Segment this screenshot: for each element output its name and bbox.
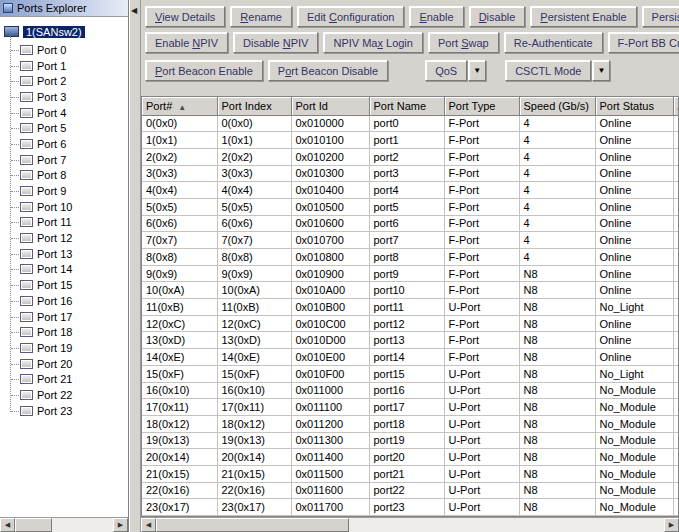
chevron-down-icon[interactable]: ▼ (592, 60, 610, 81)
toolbar-button-rename[interactable]: Rename (230, 6, 292, 27)
toolbar-button-enable-npiv[interactable]: Enable NPIV (145, 32, 228, 53)
toolbar-button-persiste[interactable]: Persiste (642, 6, 679, 27)
collapse-panel-icon[interactable]: ◀ (131, 6, 137, 15)
toolbar-button-re-authenticate[interactable]: Re-Authenticate (504, 32, 603, 53)
table-row[interactable]: 20(0x14)20(0x14)0x011400port20U-PortN8No… (142, 449, 679, 466)
tree-root-switch[interactable]: 1(SANsw2) (0, 23, 128, 40)
toolbar-button-port-swap[interactable]: Port Swap (428, 32, 499, 53)
scroll-left-icon[interactable]: ◀ (0, 518, 15, 532)
toolbar-button-f-port-bb-cred[interactable]: F-Port BB Cred (608, 32, 679, 53)
tree-item-port-10[interactable]: Port 10 (0, 199, 128, 215)
column-header-port[interactable]: Port#▲ (142, 97, 217, 115)
table-row[interactable]: 7(0x7)7(0x7)0x010700port7F-Port4Online (142, 232, 679, 249)
tree-item-port-13[interactable]: Port 13 (0, 246, 128, 262)
scrollbar-track[interactable] (156, 518, 664, 532)
scroll-right-icon[interactable]: ▶ (113, 518, 128, 532)
tree-item-port-0[interactable]: Port 0 (0, 42, 128, 58)
table-row[interactable]: 10(0xA)10(0xA)0x010A00port10F-PortN8Onli… (142, 282, 679, 299)
table-row[interactable]: 0(0x0)0(0x0)0x010000port0F-Port4Online (142, 115, 679, 132)
table-row[interactable]: 18(0x12)18(0x12)0x011200port18U-PortN8No… (142, 415, 679, 432)
table-cell: 17(0x11) (217, 399, 291, 416)
dropdown-csctl-mode-button[interactable]: CSCTL Mode (505, 60, 591, 81)
tree-item-port-4[interactable]: Port 4 (0, 105, 128, 121)
scroll-left-icon[interactable]: ◀ (141, 518, 156, 532)
table-row[interactable]: 1(0x1)1(0x1)0x010100port1F-Port4Online (142, 132, 679, 149)
toolbar-button-enable[interactable]: Enable (409, 6, 463, 27)
table-row[interactable]: 21(0x15)21(0x15)0x011500port21U-PortN8No… (142, 465, 679, 482)
column-header-port-status[interactable]: Port Status (595, 97, 673, 115)
table-cell: 7(0x7) (217, 232, 291, 249)
tree-item-port-3[interactable]: Port 3 (0, 89, 128, 105)
dropdown-qos-button[interactable]: QoS (425, 60, 467, 81)
table-row[interactable]: 5(0x5)5(0x5)0x010500port5F-Port4Online (142, 198, 679, 215)
scroll-right-icon[interactable]: ▶ (664, 518, 679, 532)
table-row[interactable]: 11(0xB)11(0xB)0x010B00port11U-PortN8No_L… (142, 299, 679, 316)
table-row[interactable]: 6(0x6)6(0x6)0x010600port6F-Port4Online (142, 215, 679, 232)
tree-item-port-21[interactable]: Port 21 (0, 371, 128, 387)
toolbar-button-view-details[interactable]: View Details (145, 6, 225, 27)
tree-item-port-6[interactable]: Port 6 (0, 136, 128, 152)
table-cell: No_Module (595, 382, 673, 399)
chevron-down-icon[interactable]: ▼ (468, 60, 486, 81)
toolbar-button-disable[interactable]: Disable (469, 6, 526, 27)
table-row[interactable]: 17(0x11)17(0x11)0x011100port17U-PortN8No… (142, 399, 679, 416)
table-row[interactable]: 14(0xE)14(0xE)0x010E00port14F-PortN8Onli… (142, 349, 679, 366)
table-row[interactable]: 13(0xD)13(0xD)0x010D00port13F-PortN8Onli… (142, 332, 679, 349)
tree-item-port-18[interactable]: Port 18 (0, 324, 128, 340)
table-row[interactable]: 12(0xC)12(0xC)0x010C00port12F-PortN8Onli… (142, 315, 679, 332)
tree-item-port-12[interactable]: Port 12 (0, 230, 128, 246)
table-row[interactable]: 16(0x10)16(0x10)0x011000port16U-PortN8No… (142, 382, 679, 399)
column-header-speed-gb-s[interactable]: Speed (Gb/s) (519, 97, 595, 115)
table-row[interactable]: 23(0x17)23(0x17)0x011700port23U-PortN8No… (142, 499, 679, 516)
tree-item-port-8[interactable]: Port 8 (0, 168, 128, 184)
column-header-port-name[interactable]: Port Name (369, 97, 444, 115)
table-row[interactable]: 15(0xF)15(0xF)0x010F00port15U-PortN8No_L… (142, 365, 679, 382)
toolbar-button-port-beacon-disable[interactable]: Port Beacon Disable (268, 60, 388, 81)
table-cell: N8 (519, 449, 595, 466)
panel-splitter[interactable]: ◀ (129, 0, 141, 532)
tree-item-port-19[interactable]: Port 19 (0, 340, 128, 356)
column-header-port-index[interactable]: Port Index (217, 97, 291, 115)
scrollbar-thumb[interactable] (15, 518, 52, 532)
toolbar-button-edit-configuration[interactable]: Edit Configuration (297, 6, 404, 27)
table-cell: 6(0x6) (142, 215, 217, 232)
table-cell: 4 (519, 198, 595, 215)
column-header-port-id[interactable]: Port Id (291, 97, 369, 115)
tree-item-port-5[interactable]: Port 5 (0, 120, 128, 136)
tree-item-port-11[interactable]: Port 11 (0, 215, 128, 231)
toolbar-button-persistent-enable[interactable]: Persistent Enable (530, 6, 636, 27)
table-row[interactable]: 9(0x9)9(0x9)0x010900port9F-PortN8Online (142, 265, 679, 282)
tree-item-label: Port 8 (37, 169, 66, 181)
column-header-port-type[interactable]: Port Type (444, 97, 519, 115)
tree-item-port-22[interactable]: Port 22 (0, 387, 128, 403)
dropdown-csctl-mode[interactable]: CSCTL Mode▼ (505, 60, 610, 81)
table-horizontal-scrollbar[interactable]: ◀ ▶ (141, 517, 679, 532)
tree-item-port-14[interactable]: Port 14 (0, 262, 128, 278)
toolbar-button-npiv-max-login[interactable]: NPIV Max Login (323, 32, 423, 53)
tree-item-port-9[interactable]: Port 9 (0, 183, 128, 199)
table-row[interactable]: 8(0x8)8(0x8)0x010800port8F-Port4Online (142, 249, 679, 266)
tree-horizontal-scrollbar[interactable]: ◀ ▶ (0, 517, 128, 532)
table-row[interactable]: 22(0x16)22(0x16)0x011600port22U-PortN8No… (142, 482, 679, 499)
table-row[interactable]: 3(0x3)3(0x3)0x010300port3F-Port4Online (142, 165, 679, 182)
toolbar-button-port-beacon-enable[interactable]: Port Beacon Enable (145, 60, 263, 81)
tree-item-port-16[interactable]: Port 16 (0, 293, 128, 309)
scrollbar-track[interactable] (15, 518, 113, 532)
tree-item-port-15[interactable]: Port 15 (0, 277, 128, 293)
tree-item-port-7[interactable]: Port 7 (0, 152, 128, 168)
table-cell: F-Port (444, 315, 519, 332)
tree-item-port-20[interactable]: Port 20 (0, 356, 128, 372)
scrollbar-thumb[interactable] (156, 518, 349, 532)
table-row[interactable]: 2(0x2)2(0x2)0x010200port2F-Port4Online (142, 148, 679, 165)
table-cell: N8 (519, 465, 595, 482)
column-header-a[interactable]: A (673, 97, 679, 115)
tree-item-port-1[interactable]: Port 1 (0, 58, 128, 74)
table-cell: Online (595, 282, 673, 299)
toolbar-button-disable-npiv[interactable]: Disable NPIV (233, 32, 318, 53)
tree-item-port-23[interactable]: Port 23 (0, 403, 128, 419)
table-row[interactable]: 4(0x4)4(0x4)0x010400port4F-Port4Online (142, 182, 679, 199)
tree-item-port-17[interactable]: Port 17 (0, 309, 128, 325)
dropdown-qos[interactable]: QoS▼ (425, 60, 486, 81)
tree-item-port-2[interactable]: Port 2 (0, 73, 128, 89)
table-row[interactable]: 19(0x13)19(0x13)0x011300port19U-PortN8No… (142, 432, 679, 449)
